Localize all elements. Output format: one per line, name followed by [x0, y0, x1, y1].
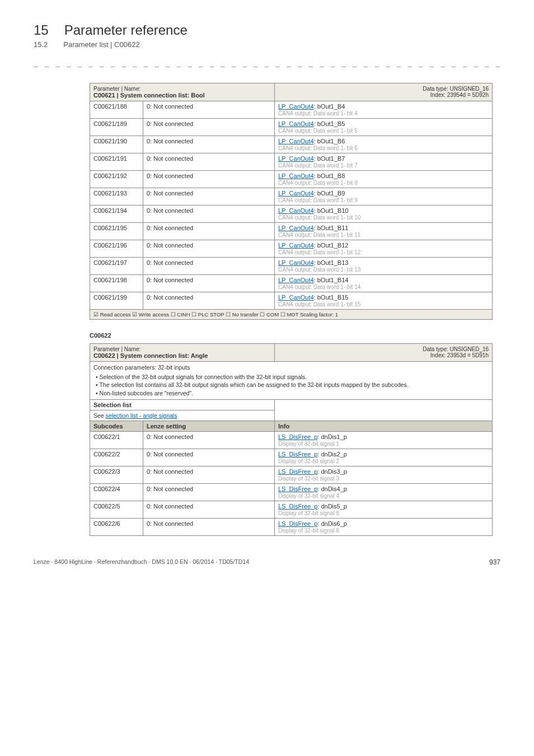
row-info: LP_CanOut4: bOut1_B10CAN4 output: Data w…: [275, 206, 493, 223]
row-desc: Display of 32-bit signal 4: [278, 493, 339, 499]
row-link[interactable]: LP_CanOut4: [278, 155, 314, 162]
row-link-suffix: : bOut1_B8: [314, 172, 345, 179]
row-link-suffix: : dnDis6_p: [317, 520, 347, 527]
row-desc: Display of 32-bit signal 5: [278, 510, 339, 516]
row-desc: Display of 32-bit signal 3: [278, 475, 339, 482]
page-number: 937: [489, 558, 500, 566]
row-link[interactable]: LS_DisFree_p: [278, 520, 317, 527]
row-setting: 0: Not connected: [143, 136, 275, 153]
row-link[interactable]: LS_DisFree_p: [278, 433, 317, 440]
desc-item: Non-listed subcodes are "reserved".: [96, 389, 489, 398]
selection-link[interactable]: selection list - angle signals: [106, 412, 177, 419]
subcodes-header-setting: Lenze setting: [143, 421, 275, 431]
row-link-suffix: : bOut1_B9: [314, 190, 345, 197]
row-link[interactable]: LS_DisFree_p: [278, 486, 317, 492]
row-link[interactable]: LP_CanOut4: [278, 277, 314, 283]
row-link[interactable]: LS_DisFree_p: [278, 468, 317, 475]
table-row: C00621/1910: Not connectedLP_CanOut4: bO…: [90, 153, 493, 171]
table-row: C00621/1880: Not connectedLP_CanOut4: bO…: [90, 101, 493, 119]
table-row: C00621/1960: Not connectedLP_CanOut4: bO…: [90, 240, 493, 258]
table-row: C00622/10: Not connectedLS_DisFree_p: dn…: [90, 431, 493, 449]
row-info: LP_CanOut4: bOut1_B13CAN4 output: Data w…: [275, 258, 493, 275]
table-head-label: Parameter | Name:: [93, 86, 271, 92]
table-row: C00622/40: Not connectedLS_DisFree_p: dn…: [90, 483, 493, 501]
row-link[interactable]: LP_CanOut4: [278, 172, 314, 179]
table-row: C00621/1950: Not connectedLP_CanOut4: bO…: [90, 223, 493, 240]
row-setting: 0: Not connected: [143, 466, 275, 483]
table-head-title: C00621 | System connection list: Bool: [93, 92, 271, 99]
row-link[interactable]: LP_CanOut4: [278, 103, 314, 110]
row-link[interactable]: LP_CanOut4: [278, 138, 314, 144]
table-row: C00621/1900: Not connectedLP_CanOut4: bO…: [90, 136, 493, 153]
row-link-suffix: : bOut1_B10: [314, 207, 349, 214]
table-row: C00621/1970: Not connectedLP_CanOut4: bO…: [90, 258, 493, 275]
table-row: C00621/1940: Not connectedLP_CanOut4: bO…: [90, 206, 493, 223]
row-code: C00621/198: [90, 275, 143, 292]
row-info: LP_CanOut4: bOut1_B5CAN4 output: Data wo…: [275, 119, 493, 136]
row-setting: 0: Not connected: [143, 518, 275, 535]
page-header: 15 Parameter reference 15.2 Parameter li…: [34, 22, 500, 49]
row-setting: 0: Not connected: [143, 292, 275, 310]
row-link-suffix: : bOut1_B4: [314, 103, 345, 110]
row-setting: 0: Not connected: [143, 101, 275, 119]
row-code: C00622/3: [90, 466, 143, 483]
row-info: LP_CanOut4: bOut1_B6CAN4 output: Data wo…: [275, 136, 493, 153]
row-link[interactable]: LP_CanOut4: [278, 190, 314, 197]
row-code: C00621/188: [90, 101, 143, 119]
row-setting: 0: Not connected: [143, 431, 275, 449]
row-desc: CAN4 output: Data word 1- bit 10: [278, 214, 360, 221]
row-code: C00622/5: [90, 501, 143, 518]
row-desc: Display of 32-bit signal 2: [278, 458, 339, 464]
row-setting: 0: Not connected: [143, 153, 275, 171]
row-link-suffix: : dnDis3_p: [317, 468, 347, 475]
section-number: 15.2: [34, 40, 48, 49]
row-info: LP_CanOut4: bOut1_B7CAN4 output: Data wo…: [275, 153, 493, 171]
row-link[interactable]: LP_CanOut4: [278, 242, 314, 249]
table-row: C00622/50: Not connectedLS_DisFree_p: dn…: [90, 501, 493, 518]
row-link-suffix: : bOut1_B13: [314, 259, 349, 266]
row-info: LP_CanOut4: bOut1_B12CAN4 output: Data w…: [275, 240, 493, 258]
row-link-suffix: : bOut1_B14: [314, 277, 349, 283]
param-table-c00622: Parameter | Name: C00622 | System connec…: [90, 343, 493, 536]
row-link-suffix: : dnDis2_p: [317, 451, 347, 458]
row-link[interactable]: LP_CanOut4: [278, 207, 314, 214]
table-row: C00621/1920: Not connectedLP_CanOut4: bO…: [90, 171, 493, 188]
row-desc: CAN4 output: Data word 1- bit 11: [278, 232, 360, 238]
row-desc: CAN4 output: Data word 1- bit 8: [278, 180, 358, 186]
row-link-suffix: : bOut1_B5: [314, 120, 345, 127]
row-link-suffix: : dnDis1_p: [317, 433, 347, 440]
desc-item: Selection of the 32-bit output signals f…: [96, 373, 489, 381]
row-code: C00621/194: [90, 206, 143, 223]
row-link[interactable]: LP_CanOut4: [278, 120, 314, 127]
table-head-index: Index: 23954d = 5D92h: [278, 92, 489, 98]
row-desc: CAN4 output: Data word 1- bit 12: [278, 249, 360, 255]
row-code: C00622/2: [90, 449, 143, 466]
row-link[interactable]: LP_CanOut4: [278, 294, 314, 301]
desc-item: The selection list contains all 32-bit o…: [96, 381, 489, 389]
row-info: LP_CanOut4: bOut1_B11CAN4 output: Data w…: [275, 223, 493, 240]
row-code: C00621/195: [90, 223, 143, 240]
row-link-suffix: : bOut1_B12: [314, 242, 349, 249]
row-setting: 0: Not connected: [143, 171, 275, 188]
row-desc: Display of 32-bit signal 6: [278, 528, 339, 534]
row-link[interactable]: LS_DisFree_p: [278, 503, 317, 510]
row-link[interactable]: LP_CanOut4: [278, 225, 314, 231]
page-footer: Lenze · 8400 HighLine · Referenzhandbuch…: [34, 558, 500, 566]
row-link[interactable]: LP_CanOut4: [278, 259, 314, 266]
selection-list-label: Selection list: [90, 399, 275, 410]
row-setting: 0: Not connected: [143, 501, 275, 518]
table-row: C00621/1890: Not connectedLP_CanOut4: bO…: [90, 119, 493, 136]
row-desc: CAN4 output: Data word 1- bit 6: [278, 145, 358, 151]
table-head-index: Index: 23953d = 5D91h: [278, 352, 489, 358]
row-code: C00622/1: [90, 431, 143, 449]
row-code: C00621/193: [90, 188, 143, 206]
section-title: Parameter list | C00622: [63, 40, 139, 49]
row-link[interactable]: LS_DisFree_p: [278, 451, 317, 458]
desc-title: Connection parameters: 32-bit inputs: [93, 363, 489, 372]
row-info: LS_DisFree_p: dnDis3_pDisplay of 32-bit …: [275, 466, 493, 483]
row-link-suffix: : bOut1_B15: [314, 294, 349, 301]
row-setting: 0: Not connected: [143, 240, 275, 258]
row-desc: Display of 32-bit signal 1: [278, 441, 339, 447]
row-desc: CAN4 output: Data word 1- bit 15: [278, 301, 360, 307]
row-code: C00622/4: [90, 483, 143, 501]
